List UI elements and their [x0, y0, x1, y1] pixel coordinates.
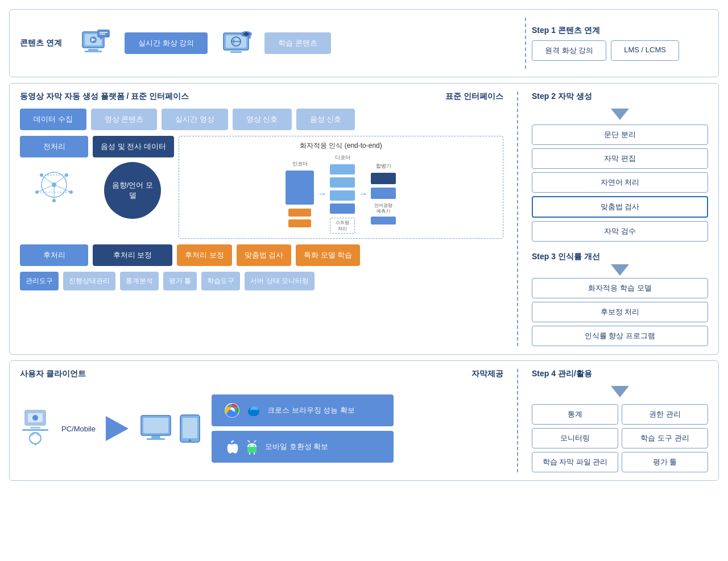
e2e-decoder: 디코더 스트림처리: [330, 154, 355, 234]
svg-line-56: [248, 441, 250, 442]
btn-data-collect[interactable]: 데이터 수집: [20, 109, 86, 130]
section2-main: 동영상 자막 자동 생성 플랫폼 / 표준 인터페이스 표준 인터페이스 데이터…: [20, 92, 503, 346]
browser-buttons: 크로스 브라우징 성능 확보: [212, 394, 394, 463]
btn-learning-content[interactable]: 학습 콘텐츠: [264, 32, 331, 54]
btn-voice-transcription[interactable]: 음성 및 전사 데이터: [93, 136, 174, 157]
step4-learning-tool-manage: 학습 도구 관리: [622, 428, 708, 448]
step3-section: Step 3 인식률 개선 화자적응 학습 모델 후보정 처리 인식률 향상 프…: [532, 252, 708, 346]
btn-preprocess[interactable]: 전처리: [20, 136, 88, 157]
section1-label: 콘텐츠 연계: [20, 38, 62, 48]
step3-title: Step 3 인식률 개선: [532, 252, 708, 262]
section1-divider: [525, 18, 526, 69]
step2-box-1: 문단 분리: [532, 124, 708, 145]
svg-rect-47: [147, 438, 165, 440]
btn-spell-check2[interactable]: 맞춤법 검사: [237, 244, 292, 266]
section3-divider: [517, 369, 518, 472]
e2e-arrow1: →: [317, 189, 326, 199]
step3-box-3: 인식률 향상 프로그램: [532, 326, 708, 346]
section2-header: 동영상 자막 자동 생성 플랫폼 / 표준 인터페이스 표준 인터페이스: [20, 92, 503, 102]
step4-monitoring: 모니터링: [532, 428, 618, 448]
btn-postprocess-correct[interactable]: 후처리 보정: [93, 244, 172, 266]
btn-mobile-compat-label: 모바일 호환성 확보: [265, 442, 328, 452]
e2e-arrow2: →: [358, 189, 367, 199]
step3-arrow: [611, 264, 629, 276]
row4: 관리도구 진행상태관리 통계분석 평가 툴 학습도구 서버 상태 모니터링: [20, 272, 503, 290]
svg-rect-49: [183, 418, 197, 438]
section3-content: PC/Mobile: [20, 385, 503, 472]
btn-specialized-model[interactable]: 특화 모델 학습: [296, 244, 360, 266]
section3-subtitle: 자막제공: [471, 369, 503, 379]
step2-arrow: [611, 109, 629, 120]
btn-postprocess[interactable]: 후처리: [20, 244, 88, 266]
btn-mobile-compat[interactable]: 모바일 호환성 확보: [212, 431, 394, 463]
section2-subtitle: 표준 인터페이스: [445, 92, 503, 102]
svg-point-50: [189, 439, 191, 442]
step4-grid: 통계 권한 관리 모니터링 학습 도구 관리 학습 자막 파일 관리 평가 툴: [532, 404, 708, 472]
section1-left: 콘텐츠 연계 실시간 화상 강의: [20, 24, 519, 63]
svg-line-27: [42, 175, 54, 185]
svg-rect-46: [151, 436, 160, 438]
arrow-right-icon: [106, 416, 129, 441]
svg-rect-5: [85, 51, 102, 52]
step4-arrow: [611, 386, 629, 397]
svg-line-30: [54, 185, 71, 192]
model-circle: 음향/언어 모델: [93, 162, 172, 219]
section3-main: 사용자 클라이언트 자막제공: [20, 369, 503, 472]
e2e-encoder: 인코더: [286, 160, 314, 228]
monitor-icon: [139, 413, 173, 444]
section2-title: 동영상 자막 자동 생성 플랫폼 / 표준 인터페이스: [20, 92, 189, 102]
step1-title: Step 1 콘텐츠 연계: [532, 26, 708, 36]
step4-title: Step 4 관리/활용: [532, 369, 708, 379]
svg-line-29: [37, 185, 54, 192]
btn-cross-browser[interactable]: 크로스 브라우징 성능 확보: [212, 394, 394, 426]
btn-postprocess-correct2[interactable]: 후처리 보정: [177, 244, 232, 266]
btn-live-lecture[interactable]: 실시간 화상 강의: [125, 32, 208, 54]
e2e-decoder-label: 디코더: [335, 154, 350, 161]
user-figure-icon: [20, 409, 51, 448]
tablet-icon: [179, 413, 201, 444]
btn-stats-analysis[interactable]: 통계분석: [120, 272, 159, 290]
step3-boxes: 화자적응 학습 모델 후보정 처리 인식률 향상 프로그램: [532, 278, 708, 346]
svg-point-55: [253, 445, 255, 447]
step2-title: Step 2 자막 생성: [532, 92, 708, 102]
btn-live-video[interactable]: 실시간 영상: [162, 109, 228, 130]
step2-box-2: 자막 편집: [532, 148, 708, 169]
svg-rect-15: [230, 51, 242, 53]
btn-video-content[interactable]: 영상 콘텐츠: [91, 109, 158, 130]
section-content-link: 콘텐츠 연계 실시간 화상 강의: [9, 9, 719, 77]
step1-box-2: LMS / LCMS: [611, 40, 679, 61]
step2-box-5: 자막 검수: [532, 221, 708, 242]
edge-icon: [246, 402, 262, 418]
e2e-diagram: 화자적응 인식 (end-to-end) 인코더 → 디코더: [179, 136, 503, 239]
e2e-title: 화자적응 인식 (end-to-end): [184, 141, 498, 151]
btn-cross-browser-label: 크로스 브라우징 성능 확보: [267, 405, 355, 415]
section-user-client: 사용자 클라이언트 자막제공: [9, 360, 719, 481]
e2e-inner: 인코더 → 디코더 스트림처리: [184, 154, 498, 234]
android-icon: [245, 439, 259, 455]
step1-boxes: 원격 화상 강의 LMS / LCMS: [532, 40, 708, 61]
device-icons: [139, 413, 201, 444]
row3: 후처리 후처리 보정 후처리 보정 맞춤법 검사 특화 모델 학습: [20, 244, 503, 266]
btn-progress-manage[interactable]: 진행상태관리: [63, 272, 115, 290]
btn-server-monitor[interactable]: 서버 상태 모니터링: [245, 272, 315, 290]
row1: 데이터 수집 영상 콘텐츠 실시간 영상 영상 신호 음성 신호: [20, 109, 503, 130]
e2e-merger: 합병기 언어경량예측기: [371, 163, 396, 226]
pc-mobile-label: PC/Mobile: [61, 425, 96, 433]
svg-point-36: [32, 415, 38, 421]
section-subtitle-platform: 동영상 자막 자동 생성 플랫폼 / 표준 인터페이스 표준 인터페이스 데이터…: [9, 83, 719, 355]
btn-admin-tools[interactable]: 관리도구: [20, 272, 59, 290]
svg-point-39: [30, 433, 41, 444]
svg-rect-58: [247, 447, 257, 452]
btn-learning-tool[interactable]: 학습도구: [201, 272, 240, 290]
network-icon: [20, 162, 88, 207]
e2e-merger-label: 합병기: [376, 163, 391, 170]
btn-eval-tool[interactable]: 평가 툴: [163, 272, 197, 290]
step3-box-2: 후보정 처리: [532, 302, 708, 322]
apple-icon: [224, 439, 239, 455]
btn-video-signal[interactable]: 영상 신호: [233, 109, 292, 130]
svg-rect-38: [22, 429, 48, 431]
svg-point-54: [249, 445, 250, 447]
btn-audio-signal[interactable]: 음성 신호: [296, 109, 355, 130]
svg-rect-6: [97, 30, 110, 38]
section3-right-panel: Step 4 관리/활용 통계 권한 관리 모니터링 학습 도구 관리 학습 자…: [532, 369, 708, 472]
